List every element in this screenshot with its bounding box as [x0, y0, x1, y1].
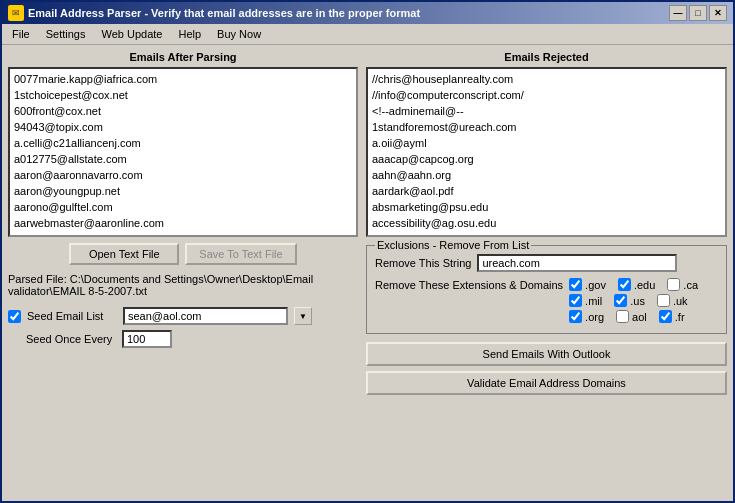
seed-email-row: Seed Email List ▼	[8, 307, 358, 325]
seed-email-label: Seed Email List	[27, 310, 117, 322]
open-text-file-button[interactable]: Open Text File	[69, 243, 179, 265]
ca-label: .ca	[683, 279, 698, 291]
check-row-3: .org aol .fr	[569, 310, 698, 323]
seed-email-checkbox[interactable]	[8, 310, 21, 323]
edu-checkbox[interactable]	[618, 278, 631, 291]
emails-rejected-list[interactable]: //chris@houseplanrealty.com //info@compu…	[366, 67, 727, 237]
ca-checkbox[interactable]	[667, 278, 680, 291]
aol-checkbox[interactable]	[616, 310, 629, 323]
list-item: 1standforemost@ureach.com	[370, 119, 723, 135]
list-item: aaacap@capcog.org	[370, 151, 723, 167]
checkbox-mil[interactable]: .mil	[569, 294, 602, 307]
menu-file[interactable]: File	[6, 26, 36, 42]
right-panel: Emails Rejected //chris@houseplanrealty.…	[366, 51, 727, 495]
seed-email-input[interactable]	[123, 307, 288, 325]
menu-web-update[interactable]: Web Update	[95, 26, 168, 42]
list-item: aaron@aaronnavarro.com	[12, 167, 354, 183]
list-item: aaron@youngpup.net	[12, 183, 354, 199]
list-item: a012775@allstate.com	[12, 151, 354, 167]
main-window: ✉ Email Address Parser - Verify that ema…	[0, 0, 735, 503]
left-panel: Emails After Parsing 0077marie.kapp@iafr…	[8, 51, 358, 495]
exclusions-title: Exclusions - Remove From List	[375, 239, 531, 251]
title-controls: — □ ✕	[669, 5, 727, 21]
check-row-2: .mil .us .uk	[569, 294, 698, 307]
checkbox-org[interactable]: .org	[569, 310, 604, 323]
seed-section: Seed Email List ▼ Seed Once Every	[8, 307, 358, 348]
seed-email-picker-button[interactable]: ▼	[294, 307, 312, 325]
main-content: Emails After Parsing 0077marie.kapp@iafr…	[2, 45, 733, 501]
list-item: aarwebmaster@aaronline.com	[12, 215, 354, 231]
maximize-button[interactable]: □	[689, 5, 707, 21]
validate-domains-button[interactable]: Validate Email Address Domains	[366, 371, 727, 395]
menu-buy-now[interactable]: Buy Now	[211, 26, 267, 42]
mil-label: .mil	[585, 295, 602, 307]
checkbox-fr[interactable]: .fr	[659, 310, 685, 323]
file-buttons: Open Text File Save To Text File	[8, 243, 358, 265]
left-section-title: Emails After Parsing	[8, 51, 358, 63]
list-item: 0077marie.kapp@iafrica.com	[12, 71, 354, 87]
remove-extensions-label: Remove These Extensions & Domains	[375, 278, 563, 292]
list-item: accessibility@ag.osu.edu	[370, 215, 723, 231]
list-item: a.oii@ayml	[370, 135, 723, 151]
list-item: 600front@cox.net	[12, 103, 354, 119]
remove-extensions-row: Remove These Extensions & Domains .gov .…	[375, 278, 718, 323]
checkbox-uk[interactable]: .uk	[657, 294, 688, 307]
save-to-text-file-button[interactable]: Save To Text File	[185, 243, 296, 265]
send-emails-button[interactable]: Send Emails With Outlook	[366, 342, 727, 366]
gov-label: .gov	[585, 279, 606, 291]
remove-string-input[interactable]	[477, 254, 677, 272]
seed-once-every-input[interactable]	[122, 330, 172, 348]
exclusions-group: Exclusions - Remove From List Remove Thi…	[366, 245, 727, 334]
seed-once-every-label: Seed Once Every	[26, 333, 116, 345]
org-checkbox[interactable]	[569, 310, 582, 323]
remove-string-row: Remove This String	[375, 254, 718, 272]
title-bar-left: ✉ Email Address Parser - Verify that ema…	[8, 5, 420, 21]
right-section-title: Emails Rejected	[366, 51, 727, 63]
list-item: aardark@aol.pdf	[370, 183, 723, 199]
seed-once-every-row: Seed Once Every	[8, 330, 358, 348]
checkbox-edu[interactable]: .edu	[618, 278, 655, 291]
fr-checkbox[interactable]	[659, 310, 672, 323]
list-item: aarono@gulftel.com	[12, 199, 354, 215]
menu-settings[interactable]: Settings	[40, 26, 92, 42]
mil-checkbox[interactable]	[569, 294, 582, 307]
list-item: aahn@aahn.org	[370, 167, 723, 183]
window-title: Email Address Parser - Verify that email…	[28, 7, 420, 19]
list-item: absmarketing@psu.edu	[370, 199, 723, 215]
title-bar: ✉ Email Address Parser - Verify that ema…	[2, 2, 733, 24]
app-icon: ✉	[8, 5, 24, 21]
checkbox-aol[interactable]: aol	[616, 310, 647, 323]
list-item: 1stchoicepest@cox.net	[12, 87, 354, 103]
edu-label: .edu	[634, 279, 655, 291]
us-label: .us	[630, 295, 645, 307]
gov-checkbox[interactable]	[569, 278, 582, 291]
checkbox-us[interactable]: .us	[614, 294, 645, 307]
checkbox-ca[interactable]: .ca	[667, 278, 698, 291]
menu-help[interactable]: Help	[172, 26, 207, 42]
list-item: //info@computerconscript.com/	[370, 87, 723, 103]
parsed-file-path: Parsed File: C:\Documents and Settings\O…	[8, 273, 358, 297]
remove-string-label: Remove This String	[375, 257, 471, 269]
minimize-button[interactable]: —	[669, 5, 687, 21]
emails-after-parsing-list[interactable]: 0077marie.kapp@iafrica.com 1stchoicepest…	[8, 67, 358, 237]
list-item: //chris@houseplanrealty.com	[370, 71, 723, 87]
fr-label: .fr	[675, 311, 685, 323]
check-row-1: .gov .edu .ca	[569, 278, 698, 291]
org-label: .org	[585, 311, 604, 323]
uk-label: .uk	[673, 295, 688, 307]
close-button[interactable]: ✕	[709, 5, 727, 21]
uk-checkbox[interactable]	[657, 294, 670, 307]
list-item: 94043@topix.com	[12, 119, 354, 135]
extensions-checkboxes: .gov .edu .ca	[569, 278, 698, 323]
us-checkbox[interactable]	[614, 294, 627, 307]
list-item: a.celli@c21alliancenj.com	[12, 135, 354, 151]
list-item: <!--adminemail@--	[370, 103, 723, 119]
checkbox-gov[interactable]: .gov	[569, 278, 606, 291]
aol-label: aol	[632, 311, 647, 323]
menu-bar: File Settings Web Update Help Buy Now	[2, 24, 733, 45]
